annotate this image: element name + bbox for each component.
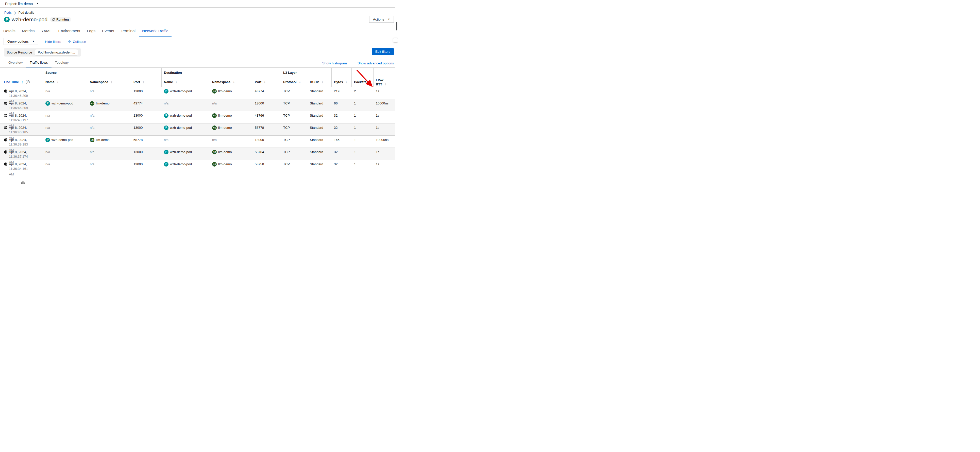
pod-badge-icon: P	[45, 101, 50, 106]
globe-icon	[4, 102, 7, 105]
tab-terminal[interactable]: Terminal	[117, 27, 139, 36]
sort-icon[interactable]: ▲▼	[233, 81, 234, 83]
globe-icon	[4, 114, 7, 117]
table-row[interactable]: Apr 8, 2024, 11:36:43.197AMn/an/a13000Pw…	[0, 111, 398, 124]
show-histogram-link[interactable]: Show histogram	[322, 61, 347, 65]
sort-icon[interactable]: ▲▼	[175, 81, 177, 83]
table-row[interactable]: Apr 8, 2024, 11:36:46.209AMn/an/a13000Pw…	[0, 87, 398, 99]
cell-dst-namespace: NSllm-demo	[210, 124, 253, 130]
edit-filters-button[interactable]: Edit filters	[372, 48, 394, 55]
end-time-sort-button[interactable]: End Time	[4, 80, 19, 84]
cell-flow-rtt: 1s	[374, 148, 395, 154]
header-spacer	[0, 68, 43, 77]
cell-dst-name: Pwzh-demo-pod	[162, 111, 210, 118]
compress-icon	[68, 40, 71, 43]
cell-src-port: 13000	[131, 87, 162, 94]
flow-table-header: Source Destination L3 Layer End Time ↑ ?…	[0, 68, 398, 87]
table-row[interactable]: Apr 8, 2024, 11:36:37.174AMn/an/a13000Pw…	[0, 148, 398, 160]
main-tabs: DetailsMetricsYAMLEnvironmentLogsEventsT…	[0, 27, 398, 36]
page-header: P wzh-demo-pod Running Actions ▼	[4, 16, 394, 23]
globe-icon	[4, 150, 7, 154]
globe-icon	[4, 89, 7, 93]
column-header-src-name: Name ▲▼	[43, 77, 88, 87]
cell-dscp: Standard	[307, 160, 332, 167]
sort-icon[interactable]: ▲▼	[111, 81, 112, 83]
tab-environment[interactable]: Environment	[55, 27, 83, 36]
view-tab-topology[interactable]: Topology	[51, 59, 72, 67]
cell-src-namespace: n/a	[88, 148, 131, 154]
hide-filters-link[interactable]: Hide filters	[45, 40, 61, 44]
tab-events[interactable]: Events	[99, 27, 117, 36]
cell-packets: 1	[352, 111, 374, 118]
sort-icon[interactable]: ▲▼	[385, 83, 386, 86]
cell-src-port: 13000	[131, 148, 162, 154]
cell-packets: 1	[352, 99, 374, 106]
tab-logs[interactable]: Logs	[83, 27, 99, 36]
cell-end-time: Apr 8, 2024, 11:36:34.161AM	[0, 160, 43, 177]
cell-src-name: n/a	[43, 148, 88, 154]
cell-dst-namespace: n/a	[210, 136, 253, 142]
cell-protocol: TCP	[281, 160, 307, 167]
header-spacer	[332, 68, 352, 77]
cell-dst-port: 43774	[253, 87, 281, 94]
floating-scroll-button[interactable]	[393, 38, 398, 42]
table-row[interactable]: Apr 8, 2024, 11:36:34.161AMn/an/a13000Pw…	[0, 160, 398, 172]
sort-icon[interactable]: ▲▼	[264, 81, 266, 83]
project-selector[interactable]: Project: llm-demo ▼	[5, 2, 38, 6]
filters-toolbar: Query options ▼ Hide filters Collapse	[3, 38, 394, 45]
group-header-source: Source	[43, 68, 162, 77]
table-row[interactable]: Apr 8, 2024, 11:36:40.185AMn/an/a13000Pw…	[0, 124, 398, 136]
cell-packets: 1	[352, 124, 374, 130]
help-icon[interactable]: ?	[25, 80, 30, 84]
cell-dst-name: Pwzh-demo-pod	[162, 87, 210, 94]
filter-row: Source Resource Pod.llm-demo.wzh-dem... …	[4, 48, 394, 57]
cell-dscp: Standard	[307, 136, 332, 142]
breadcrumb-link-pods[interactable]: Pods	[4, 11, 12, 14]
namespace-badge-icon: NS	[212, 150, 217, 154]
cell-dscp: Standard	[307, 111, 332, 118]
cell-src-name: n/a	[43, 111, 88, 118]
actions-button[interactable]: Actions ▼	[369, 16, 394, 23]
collapse-label: Collapse	[73, 40, 86, 44]
pod-resource-icon: P	[4, 17, 10, 22]
table-row[interactable]: Apr 8, 2024, 11:36:46.209AMPwzh-demo-pod…	[0, 99, 398, 111]
actions-button-label: Actions	[373, 17, 384, 21]
sync-icon	[52, 18, 55, 21]
cell-flow-rtt: 1s	[374, 160, 395, 167]
cell-src-namespace: n/a	[88, 87, 131, 94]
sort-icon[interactable]: ▲▼	[369, 81, 371, 83]
cell-src-port: 13000	[131, 111, 162, 118]
sort-icon[interactable]: ▲▼	[143, 81, 144, 83]
cell-src-name: n/a	[43, 87, 88, 94]
cell-bytes: 219	[332, 87, 352, 94]
cell-dst-port: 58764	[253, 148, 281, 154]
table-bottom-divider	[0, 178, 395, 178]
view-tab-overview[interactable]: Overview	[5, 59, 26, 67]
show-advanced-options-link[interactable]: Show advanced options	[358, 61, 394, 65]
view-links: Show histogram Show advanced options	[322, 61, 394, 67]
view-tab-traffic-flows[interactable]: Traffic flows	[26, 59, 51, 67]
scrollbar-thumb[interactable]	[396, 22, 398, 30]
filter-chip[interactable]: Pod.llm-demo.wzh-dem...	[35, 49, 78, 55]
tab-metrics[interactable]: Metrics	[19, 27, 38, 36]
tab-network-traffic[interactable]: Network Traffic	[139, 27, 172, 36]
query-options-dropdown[interactable]: Query options ▼	[3, 38, 38, 45]
tab-details[interactable]: Details	[0, 27, 19, 36]
collapse-link[interactable]: Collapse	[68, 40, 86, 44]
cell-flow-rtt: 1s	[374, 124, 395, 130]
globe-icon	[21, 181, 25, 184]
column-header-bytes: Bytes ▲▼	[332, 77, 352, 87]
cell-packets: 2	[352, 87, 374, 94]
namespace-badge-icon: NS	[90, 138, 94, 142]
sort-icon[interactable]: ▲▼	[299, 81, 301, 83]
tab-yaml[interactable]: YAML	[38, 27, 55, 36]
column-header-src-port: Port ▲▼	[131, 77, 162, 87]
sort-icon[interactable]: ▲▼	[57, 81, 58, 83]
sort-icon[interactable]: ▲▼	[321, 81, 323, 83]
sort-ascending-icon: ↑	[21, 80, 23, 84]
namespace-badge-icon: NS	[212, 113, 217, 118]
sort-icon[interactable]: ▲▼	[345, 81, 347, 83]
namespace-badge-icon: NS	[212, 89, 217, 94]
table-row[interactable]: Apr 8, 2024, 11:36:39.183AMPwzh-demo-pod…	[0, 136, 398, 148]
cell-dst-name: Pwzh-demo-pod	[162, 160, 210, 167]
